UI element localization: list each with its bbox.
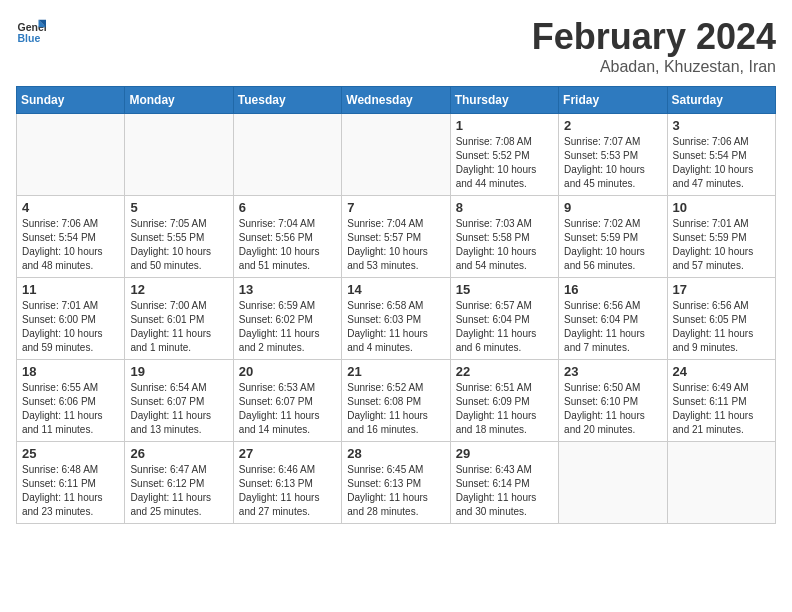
day-number: 19 [130,364,227,379]
day-info: Sunrise: 6:45 AM Sunset: 6:13 PM Dayligh… [347,463,444,519]
day-info: Sunrise: 7:06 AM Sunset: 5:54 PM Dayligh… [22,217,119,273]
day-info: Sunrise: 6:56 AM Sunset: 6:04 PM Dayligh… [564,299,661,355]
day-number: 10 [673,200,770,215]
day-number: 26 [130,446,227,461]
calendar-cell: 5Sunrise: 7:05 AM Sunset: 5:55 PM Daylig… [125,196,233,278]
day-info: Sunrise: 7:04 AM Sunset: 5:57 PM Dayligh… [347,217,444,273]
weekday-header-friday: Friday [559,87,667,114]
day-info: Sunrise: 7:04 AM Sunset: 5:56 PM Dayligh… [239,217,336,273]
calendar-table: SundayMondayTuesdayWednesdayThursdayFrid… [16,86,776,524]
day-info: Sunrise: 6:51 AM Sunset: 6:09 PM Dayligh… [456,381,553,437]
week-row-4: 18Sunrise: 6:55 AM Sunset: 6:06 PM Dayli… [17,360,776,442]
day-number: 6 [239,200,336,215]
calendar-cell: 6Sunrise: 7:04 AM Sunset: 5:56 PM Daylig… [233,196,341,278]
weekday-header-saturday: Saturday [667,87,775,114]
calendar-cell: 25Sunrise: 6:48 AM Sunset: 6:11 PM Dayli… [17,442,125,524]
calendar-cell: 4Sunrise: 7:06 AM Sunset: 5:54 PM Daylig… [17,196,125,278]
calendar-cell [559,442,667,524]
day-info: Sunrise: 7:02 AM Sunset: 5:59 PM Dayligh… [564,217,661,273]
calendar-cell: 24Sunrise: 6:49 AM Sunset: 6:11 PM Dayli… [667,360,775,442]
week-row-2: 4Sunrise: 7:06 AM Sunset: 5:54 PM Daylig… [17,196,776,278]
day-info: Sunrise: 7:05 AM Sunset: 5:55 PM Dayligh… [130,217,227,273]
calendar-cell [233,114,341,196]
day-number: 5 [130,200,227,215]
day-number: 25 [22,446,119,461]
calendar-cell: 13Sunrise: 6:59 AM Sunset: 6:02 PM Dayli… [233,278,341,360]
day-number: 22 [456,364,553,379]
day-number: 2 [564,118,661,133]
day-info: Sunrise: 7:01 AM Sunset: 5:59 PM Dayligh… [673,217,770,273]
day-info: Sunrise: 7:07 AM Sunset: 5:53 PM Dayligh… [564,135,661,191]
day-info: Sunrise: 6:46 AM Sunset: 6:13 PM Dayligh… [239,463,336,519]
day-number: 13 [239,282,336,297]
calendar-cell: 16Sunrise: 6:56 AM Sunset: 6:04 PM Dayli… [559,278,667,360]
calendar-cell [342,114,450,196]
day-number: 12 [130,282,227,297]
calendar-cell: 9Sunrise: 7:02 AM Sunset: 5:59 PM Daylig… [559,196,667,278]
weekday-header-thursday: Thursday [450,87,558,114]
calendar-cell: 26Sunrise: 6:47 AM Sunset: 6:12 PM Dayli… [125,442,233,524]
day-number: 23 [564,364,661,379]
day-number: 9 [564,200,661,215]
day-number: 27 [239,446,336,461]
calendar-cell: 7Sunrise: 7:04 AM Sunset: 5:57 PM Daylig… [342,196,450,278]
weekday-header-tuesday: Tuesday [233,87,341,114]
weekday-header-wednesday: Wednesday [342,87,450,114]
calendar-title: February 2024 [532,16,776,58]
weekday-header-monday: Monday [125,87,233,114]
day-info: Sunrise: 6:48 AM Sunset: 6:11 PM Dayligh… [22,463,119,519]
calendar-cell: 12Sunrise: 7:00 AM Sunset: 6:01 PM Dayli… [125,278,233,360]
calendar-cell: 19Sunrise: 6:54 AM Sunset: 6:07 PM Dayli… [125,360,233,442]
calendar-cell: 23Sunrise: 6:50 AM Sunset: 6:10 PM Dayli… [559,360,667,442]
calendar-cell: 15Sunrise: 6:57 AM Sunset: 6:04 PM Dayli… [450,278,558,360]
day-number: 4 [22,200,119,215]
day-number: 7 [347,200,444,215]
calendar-cell: 22Sunrise: 6:51 AM Sunset: 6:09 PM Dayli… [450,360,558,442]
day-info: Sunrise: 7:01 AM Sunset: 6:00 PM Dayligh… [22,299,119,355]
logo-icon: General Blue [16,16,46,46]
day-info: Sunrise: 7:08 AM Sunset: 5:52 PM Dayligh… [456,135,553,191]
logo: General Blue [16,16,46,46]
calendar-location: Abadan, Khuzestan, Iran [532,58,776,76]
day-info: Sunrise: 6:54 AM Sunset: 6:07 PM Dayligh… [130,381,227,437]
day-info: Sunrise: 7:06 AM Sunset: 5:54 PM Dayligh… [673,135,770,191]
day-number: 29 [456,446,553,461]
calendar-cell: 1Sunrise: 7:08 AM Sunset: 5:52 PM Daylig… [450,114,558,196]
day-number: 28 [347,446,444,461]
weekday-header-sunday: Sunday [17,87,125,114]
calendar-cell: 3Sunrise: 7:06 AM Sunset: 5:54 PM Daylig… [667,114,775,196]
calendar-cell: 28Sunrise: 6:45 AM Sunset: 6:13 PM Dayli… [342,442,450,524]
day-info: Sunrise: 6:56 AM Sunset: 6:05 PM Dayligh… [673,299,770,355]
day-number: 21 [347,364,444,379]
day-number: 14 [347,282,444,297]
calendar-cell: 14Sunrise: 6:58 AM Sunset: 6:03 PM Dayli… [342,278,450,360]
day-info: Sunrise: 6:43 AM Sunset: 6:14 PM Dayligh… [456,463,553,519]
day-number: 11 [22,282,119,297]
day-info: Sunrise: 6:55 AM Sunset: 6:06 PM Dayligh… [22,381,119,437]
week-row-5: 25Sunrise: 6:48 AM Sunset: 6:11 PM Dayli… [17,442,776,524]
day-info: Sunrise: 7:03 AM Sunset: 5:58 PM Dayligh… [456,217,553,273]
calendar-cell: 20Sunrise: 6:53 AM Sunset: 6:07 PM Dayli… [233,360,341,442]
week-row-3: 11Sunrise: 7:01 AM Sunset: 6:00 PM Dayli… [17,278,776,360]
weekday-header-row: SundayMondayTuesdayWednesdayThursdayFrid… [17,87,776,114]
day-number: 3 [673,118,770,133]
svg-text:Blue: Blue [18,32,41,44]
calendar-cell: 29Sunrise: 6:43 AM Sunset: 6:14 PM Dayli… [450,442,558,524]
calendar-cell: 17Sunrise: 6:56 AM Sunset: 6:05 PM Dayli… [667,278,775,360]
calendar-cell [125,114,233,196]
day-number: 18 [22,364,119,379]
calendar-cell: 21Sunrise: 6:52 AM Sunset: 6:08 PM Dayli… [342,360,450,442]
calendar-cell: 11Sunrise: 7:01 AM Sunset: 6:00 PM Dayli… [17,278,125,360]
day-number: 8 [456,200,553,215]
page-header: General Blue February 2024 Abadan, Khuze… [16,16,776,76]
calendar-cell: 8Sunrise: 7:03 AM Sunset: 5:58 PM Daylig… [450,196,558,278]
day-info: Sunrise: 6:50 AM Sunset: 6:10 PM Dayligh… [564,381,661,437]
day-info: Sunrise: 6:57 AM Sunset: 6:04 PM Dayligh… [456,299,553,355]
day-info: Sunrise: 6:47 AM Sunset: 6:12 PM Dayligh… [130,463,227,519]
day-number: 24 [673,364,770,379]
calendar-cell [17,114,125,196]
calendar-cell: 18Sunrise: 6:55 AM Sunset: 6:06 PM Dayli… [17,360,125,442]
day-info: Sunrise: 6:58 AM Sunset: 6:03 PM Dayligh… [347,299,444,355]
day-number: 15 [456,282,553,297]
title-block: February 2024 Abadan, Khuzestan, Iran [532,16,776,76]
